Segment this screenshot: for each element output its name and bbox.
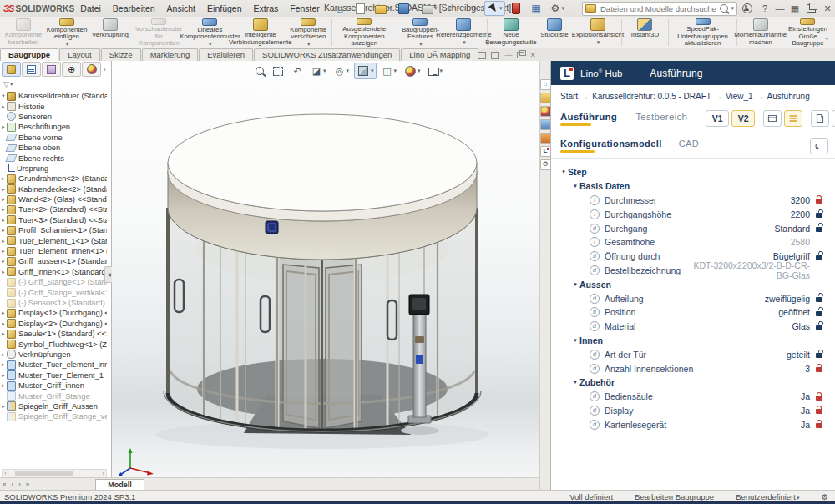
next-icon[interactable]: › [16, 481, 23, 488]
neue-bewegungsstudie-button[interactable]: Neue Bewegungsstudie [489, 18, 533, 48]
dropdown-caret-icon[interactable]: ▾ [209, 41, 212, 48]
expand-arrow-icon[interactable]: ▸ [0, 217, 7, 224]
intelligente-verbindungselemente-button[interactable]: Intelligente Verbindungselemente [234, 18, 286, 48]
home-icon[interactable]: ⌂ [540, 79, 551, 90]
lineares-komponentenmuster-button[interactable]: Lineares Komponentenmuster▾ [185, 18, 234, 48]
undo-arrow-button[interactable] [810, 138, 828, 154]
dropdown-caret-icon[interactable]: ▾ [499, 5, 503, 12]
tree-item[interactable]: ▸Tuer_Element_Innen<1> (Standard) [0, 246, 107, 256]
appearances-icon[interactable] [540, 133, 551, 144]
expand-arrow-icon[interactable]: ▸ [0, 186, 7, 193]
dropdown-caret-icon[interactable]: ▾ [597, 39, 600, 46]
tree-item[interactable]: Muster_Griff_Stange [0, 391, 107, 401]
tree-item[interactable]: ▸Spiegeln_Griff_Aussen [0, 401, 107, 411]
tree-item[interactable]: Ebene oben [0, 143, 107, 153]
tree-item[interactable]: ▸Wand<2> (Glas) <<Standard>_Anze [0, 194, 107, 204]
scroll-left-icon[interactable]: ‹ [3, 471, 8, 476]
breadcrumb-segment[interactable]: View_1 [726, 92, 753, 101]
komponente-verschieben-button[interactable]: Komponente verschieben▾ [286, 18, 330, 48]
new-document-button[interactable] [351, 1, 370, 16]
dropdown-caret-icon[interactable]: ▾ [797, 495, 800, 501]
expand-arrow-icon[interactable]: ▸ [0, 372, 7, 379]
user-icon[interactable] [742, 3, 752, 13]
scrollbar-thumb[interactable] [15, 471, 73, 476]
dropdown-caret-icon[interactable]: ▾ [463, 39, 466, 46]
expand-arrow-icon[interactable]: ▸ [0, 206, 7, 213]
tree-filter[interactable]: ▽ ▾ [0, 78, 111, 90]
expand-arrow-icon[interactable]: ▸ [0, 227, 7, 234]
options-button[interactable]: ▾ [546, 1, 568, 16]
save-button[interactable]: ▾ [395, 1, 417, 16]
menu-bearbeiten[interactable]: Bearbeiten [107, 0, 161, 17]
param-row[interactable]: dArt der Türgeteilt [551, 347, 835, 361]
komponenten-einfügen-button[interactable]: Komponenten einfügen▾ [45, 18, 89, 48]
filter-caret-icon[interactable]: ▾ [10, 81, 13, 88]
lock-closed-icon[interactable] [816, 396, 822, 401]
pane-tab-display-manager[interactable] [82, 62, 101, 77]
expand-arrow-icon[interactable]: ▸ [0, 382, 7, 389]
lock-closed-icon[interactable] [816, 367, 822, 372]
param-group-row[interactable]: ▾Step [551, 165, 835, 179]
print-button[interactable]: ▾ [418, 1, 441, 16]
hide-items-button[interactable]: ◎▾ [331, 63, 352, 78]
breadcrumb-segment[interactable]: Start [560, 92, 578, 101]
help-icon[interactable]: ? [757, 0, 772, 17]
expand-arrow-icon[interactable]: ▸ [0, 238, 7, 244]
view-orientation-button[interactable]: ▾ [354, 63, 377, 79]
lino-tab-ausführung[interactable]: Ausführung [560, 112, 617, 126]
menu-ansicht[interactable]: Ansicht [161, 0, 201, 17]
tab-skizze[interactable]: Skizze [101, 48, 141, 61]
param-row[interactable]: dKartenlesegerätJa [551, 417, 835, 431]
tab-lino-dä-mapping[interactable]: Lino DÄ Mapping [401, 48, 478, 61]
search-icon[interactable] [720, 4, 728, 13]
last-icon[interactable]: » [23, 481, 32, 488]
menu-datei[interactable]: Datei [74, 0, 107, 17]
tab-baugruppe[interactable]: Baugruppe [0, 48, 58, 61]
param-row[interactable]: dPositiongeöffnet [551, 305, 835, 320]
tree-item[interactable]: ▸Tuer<3> (Standard) <<Standard>_A [0, 215, 107, 225]
tree-item[interactable]: Ebene rechts [0, 153, 107, 163]
pop-out-icon[interactable] [491, 52, 499, 59]
lock-open-icon[interactable] [816, 353, 822, 358]
dropdown-caret-icon[interactable]: ▾ [394, 68, 397, 74]
breadcrumb-segment[interactable]: Ausführung [767, 92, 810, 101]
search-caret-icon[interactable]: ▾ [731, 5, 734, 12]
tree-item[interactable]: ▸Griff_innen<1> (Standard) <<Standa [0, 267, 107, 277]
tree-item[interactable]: Spiegeln_Griff_Stange_vertikal [0, 411, 107, 421]
tree-item[interactable]: ▸Verknüpfungen [0, 350, 107, 360]
param-row[interactable]: dDurchgangStandard [551, 221, 835, 235]
dropdown-caret-icon[interactable]: ▾ [440, 68, 443, 74]
zoom-fit-button[interactable] [252, 64, 267, 78]
tree-item[interactable]: ▸Historie [0, 101, 107, 111]
dropdown-caret-icon[interactable]: ▾ [418, 68, 421, 74]
param-row[interactable]: dAnzahl Innensektionen3 [551, 361, 835, 375]
filter-funnel-icon[interactable]: ▽ [3, 80, 9, 88]
tree-item[interactable]: ▸Muster_Griff_innen [0, 381, 107, 391]
collapse-caret-icon[interactable]: ▾ [559, 169, 568, 175]
menu-fenster[interactable]: Fenster [284, 0, 326, 17]
param-value[interactable]: zweiflügelig [765, 294, 810, 304]
tree-item[interactable]: Ursprung [0, 164, 107, 174]
pane-tab-configurations[interactable] [42, 62, 61, 77]
card-view-button[interactable] [763, 110, 782, 127]
lock-closed-icon[interactable] [816, 199, 822, 204]
tree-item[interactable]: ▸Saeule<1> (Standard) <<Standard> [0, 329, 107, 339]
param-row[interactable]: dAufteilungzweiflügelig [551, 291, 835, 305]
minimize-icon[interactable]: — [772, 0, 787, 17]
dropdown-caret-icon[interactable]: ▾ [307, 41, 311, 48]
search-box[interactable]: ▾ [582, 2, 737, 16]
settings-icon[interactable]: ⚙ [540, 159, 551, 170]
tree-item[interactable]: Sensoren [0, 112, 107, 122]
edit-appearance-button[interactable]: ▾ [402, 63, 423, 79]
tree-root[interactable]: ▾Karusselldrehtuer (Standard) <Anzeigezu [0, 91, 107, 101]
lock-open-icon[interactable] [816, 311, 822, 316]
tree-item[interactable]: Symbol_Fluchtweg<1> (Zweifach_F [0, 339, 107, 349]
param-row[interactable]: iGesamthöhe2580 [551, 235, 835, 249]
param-value[interactable]: KDT-3200x2200x3/2-B-D-CR-BG-Glas [681, 260, 810, 280]
param-value[interactable]: Glas [792, 321, 810, 331]
param-value[interactable]: Ja [801, 420, 810, 430]
momentaufnahme-machen-button[interactable]: Momentaufnahme machen [739, 18, 782, 48]
select-button[interactable]: ▾ [484, 1, 506, 16]
lock-open-icon[interactable] [816, 213, 822, 218]
close-icon[interactable]: ✕ [820, 0, 835, 17]
